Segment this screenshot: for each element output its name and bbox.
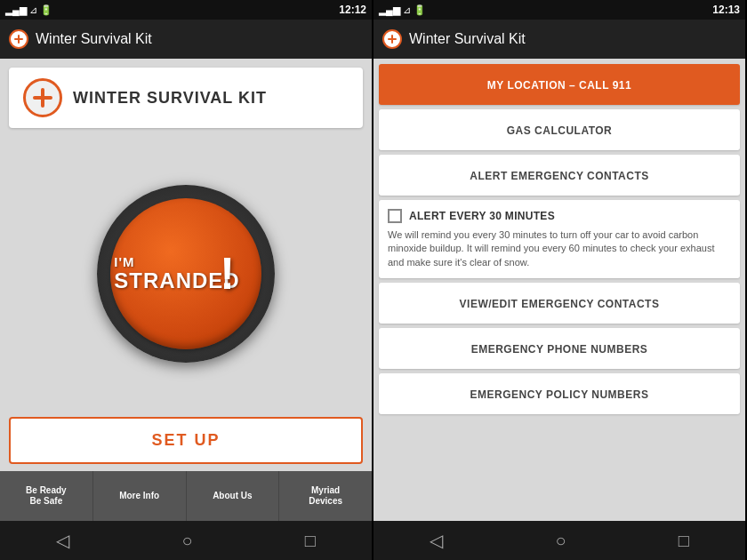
left-status-left: ▂▄▆ ⊿ 🔋: [5, 4, 52, 16]
left-phone: ▂▄▆ ⊿ 🔋 12:12 Winter Survival Kit WINTER…: [0, 0, 374, 560]
exclaim-icon: !: [220, 252, 235, 296]
left-cross-logo: [9, 29, 28, 49]
emergency-policy-label: EMERGENCY POLICY NUMBERS: [470, 388, 649, 401]
alert-contacts-label: ALERT EMERGENCY CONTACTS: [470, 170, 649, 182]
tab-be-ready-label: Be ReadyBe Safe: [26, 485, 67, 507]
right-wifi-icon: ⊿: [403, 4, 411, 16]
setup-button[interactable]: SET UP: [9, 417, 363, 464]
setup-label: SET UP: [151, 431, 220, 449]
alert-checkbox[interactable]: [388, 209, 402, 223]
logo-cross-icon: [23, 78, 62, 117]
bottom-tabs: Be ReadyBe Safe More Info About Us Myria…: [0, 471, 372, 521]
right-nav-bar: ◁ ○ □: [374, 521, 745, 560]
view-edit-contacts-label: VIEW/EDIT EMERGENCY CONTACTS: [460, 298, 660, 310]
left-status-bar: ▂▄▆ ⊿ 🔋 12:12: [0, 0, 372, 20]
left-app-title: Winter Survival Kit: [36, 31, 152, 47]
right-phone: ▂▄▆ ⊿ 🔋 12:13 Winter Survival Kit MY LOC…: [374, 0, 747, 560]
right-battery-icon: 🔋: [414, 4, 426, 16]
left-top-bar: Winter Survival Kit: [0, 20, 372, 59]
left-clock: 12:12: [339, 4, 366, 16]
left-battery-icon: 🔋: [40, 4, 52, 16]
alert-description: We will remind you every 30 minutes to t…: [388, 228, 731, 269]
left-back-nav[interactable]: ◁: [56, 530, 69, 551]
my-location-label: MY LOCATION – CALL 911: [487, 79, 631, 92]
tab-about-us[interactable]: About Us: [187, 471, 280, 521]
right-status-left: ▂▄▆ ⊿ 🔋: [379, 4, 426, 16]
emergency-phone-button[interactable]: EMERGENCY PHONE NUMBERS: [379, 328, 740, 369]
tab-about-us-label: About Us: [213, 491, 252, 501]
left-recent-nav[interactable]: □: [305, 531, 316, 551]
right-signal-icon: ▂▄▆: [379, 4, 400, 16]
emergency-phone-label: EMERGENCY PHONE NUMBERS: [471, 343, 648, 356]
right-back-nav[interactable]: ◁: [430, 530, 443, 551]
left-signal-icon: ▂▄▆: [5, 4, 27, 16]
right-content: MY LOCATION – CALL 911 GAS CALCULATOR AL…: [374, 59, 745, 521]
alert-header: ALERT EVERY 30 MINUTES: [388, 209, 731, 223]
right-clock: 12:13: [712, 4, 740, 16]
stranded-button[interactable]: I'M STRANDED !: [110, 198, 261, 349]
logo-text: WINTER SURVIVAL KIT: [73, 89, 267, 108]
gas-calculator-label: GAS CALCULATOR: [507, 124, 613, 137]
logo-banner: WINTER SURVIVAL KIT: [9, 68, 363, 128]
left-wifi-icon: ⊿: [29, 4, 37, 16]
left-home-nav[interactable]: ○: [181, 531, 192, 551]
right-status-bar: ▂▄▆ ⊿ 🔋 12:13: [374, 0, 745, 20]
tab-more-info-label: More Info: [119, 491, 159, 501]
right-cross-logo: [382, 29, 402, 49]
right-top-bar: Winter Survival Kit: [374, 20, 745, 59]
alert-title: ALERT EVERY 30 MINUTES: [409, 210, 555, 222]
tab-devices-label: MyriadDevices: [309, 485, 342, 507]
right-app-title: Winter Survival Kit: [409, 31, 526, 47]
tab-devices[interactable]: MyriadDevices: [279, 471, 372, 521]
view-edit-contacts-button[interactable]: VIEW/EDIT EMERGENCY CONTACTS: [379, 283, 740, 324]
tab-more-info[interactable]: More Info: [93, 471, 187, 521]
tab-be-ready[interactable]: Be ReadyBe Safe: [0, 471, 93, 521]
right-recent-nav[interactable]: □: [679, 531, 689, 551]
gas-calculator-button[interactable]: GAS CALCULATOR: [379, 109, 740, 150]
my-location-button[interactable]: MY LOCATION – CALL 911: [379, 64, 740, 105]
emergency-policy-button[interactable]: EMERGENCY POLICY NUMBERS: [379, 373, 740, 414]
stranded-area: I'M STRANDED !: [0, 137, 372, 410]
left-nav-bar: ◁ ○ □: [0, 521, 372, 560]
stranded-im-text: I'M: [114, 254, 134, 269]
stranded-outer-ring: I'M STRANDED !: [97, 185, 275, 363]
right-home-nav[interactable]: ○: [555, 531, 566, 551]
alert-30-min-section: ALERT EVERY 30 MINUTES We will remind yo…: [379, 200, 740, 278]
left-content: WINTER SURVIVAL KIT I'M STRANDED ! SET U…: [0, 59, 372, 521]
alert-contacts-button[interactable]: ALERT EMERGENCY CONTACTS: [379, 155, 740, 196]
